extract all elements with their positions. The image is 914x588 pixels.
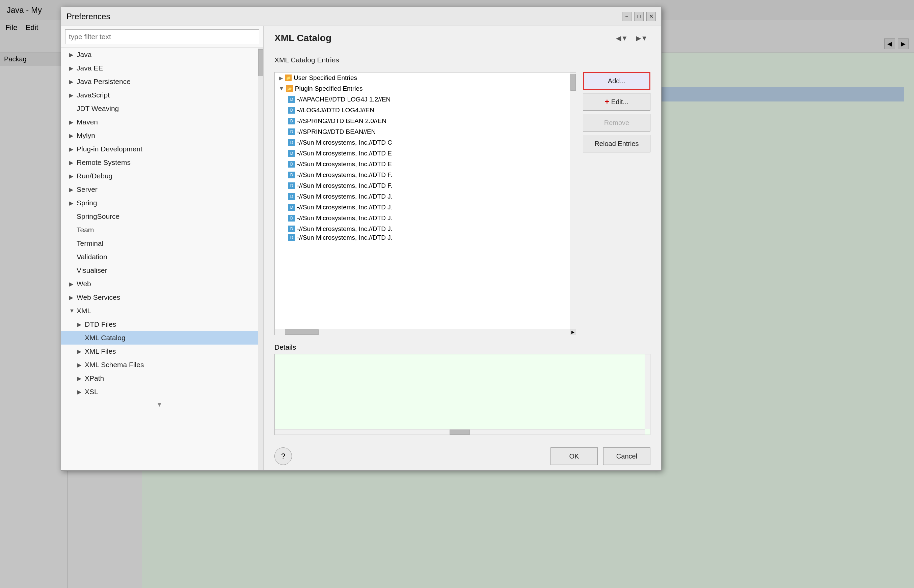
catalog-vscrollbar[interactable]	[570, 73, 576, 329]
sidebar-item-webservices[interactable]: ▶ Web Services	[61, 291, 258, 304]
sidebar-item-xmlcatalog[interactable]: ▶ XML Catalog	[61, 331, 258, 344]
sidebar-item-dtdfiles[interactable]: ▶ DTD Files	[61, 318, 258, 331]
details-label: Details	[274, 343, 650, 351]
sidebar-item-xpath[interactable]: ▶ XPath	[61, 372, 258, 385]
catalog-entry[interactable]: D -//Sun Microsystems, Inc.//DTD F.	[275, 170, 570, 180]
catalog-entry[interactable]: D -//Sun Microsystems, Inc.//DTD C	[275, 137, 570, 148]
sidebar-item-label: Terminal	[77, 239, 103, 247]
entry-icon: D	[288, 204, 295, 211]
sidebar-item-javaee[interactable]: ▶ Java EE	[61, 61, 258, 75]
sidebar-item-java[interactable]: ▶ Java	[61, 48, 258, 61]
catalog-entry[interactable]: D -//SPRING//DTD BEAN//EN	[275, 126, 570, 137]
sidebar-item-jdtweaving[interactable]: ▶ JDT Weaving	[61, 102, 258, 115]
sidebar-item-label: JDT Weaving	[77, 105, 119, 113]
catalog-entry[interactable]: D -//Sun Microsystems, Inc.//DTD F.	[275, 180, 570, 191]
catalog-entry[interactable]: D -//Sun Microsystems, Inc.//DTD J.	[275, 202, 570, 213]
catalog-entry[interactable]: D -//Sun Microsystems, Inc.//DTD J.	[275, 223, 570, 234]
catalog-entry-partial[interactable]: D -//Sun Microsystems, Inc.//DTD J.	[275, 234, 570, 241]
catalog-entry-label: -//Sun Microsystems, Inc.//DTD F.	[297, 182, 392, 189]
sidebar-item-validation[interactable]: ▶ Validation	[61, 250, 258, 264]
details-vscrollbar[interactable]	[645, 354, 650, 429]
entry-icon: D	[288, 193, 295, 200]
nav-back-button[interactable]: ◀▼	[613, 33, 630, 44]
sidebar-item-plugindev[interactable]: ▶ Plug-in Development	[61, 142, 258, 156]
sidebar-item-xml[interactable]: ▼ XML	[61, 304, 258, 318]
catalog-entry[interactable]: D -//LOG4J//DTD LOG4J//EN	[275, 105, 570, 116]
hscroll-right-btn[interactable]: ▶	[570, 329, 576, 335]
details-hscrollbar[interactable]	[275, 429, 645, 435]
catalog-entry[interactable]: D -//Sun Microsystems, Inc.//DTD J.	[275, 191, 570, 202]
add-button[interactable]: Add...	[583, 72, 650, 90]
sidebar-item-web[interactable]: ▶ Web	[61, 277, 258, 291]
sidebar-item-label: Visualiser	[77, 267, 107, 275]
preferences-right-title: XML Catalog	[274, 33, 331, 44]
sidebar-item-remotesystems[interactable]: ▶ Remote Systems	[61, 156, 258, 169]
catalog-entry[interactable]: D -//SPRING//DTD BEAN 2.0//EN	[275, 116, 570, 126]
edit-button-label: Edit...	[611, 98, 629, 106]
sidebar-item-label: XML	[77, 307, 91, 315]
tree-scrollbar-thumb[interactable]	[258, 49, 263, 76]
catalog-entry-label: -//Sun Microsystems, Inc.//DTD C	[297, 139, 392, 146]
sidebar-item-terminal[interactable]: ▶ Terminal	[61, 237, 258, 250]
sidebar-item-server[interactable]: ▶ Server	[61, 183, 258, 196]
sidebar-item-label: Java	[77, 50, 91, 59]
details-content	[275, 354, 650, 435]
catalog-entry-label: -//Sun Microsystems, Inc.//DTD J.	[297, 225, 392, 233]
sidebar-item-rundebug[interactable]: ▶ Run/Debug	[61, 169, 258, 183]
catalog-entry-label: User Specified Entries	[293, 74, 357, 82]
arrow-icon: ▶	[77, 389, 83, 395]
details-hscrollbar-thumb[interactable]	[450, 430, 470, 435]
ok-button[interactable]: OK	[551, 447, 598, 465]
catalog-entry-plugin[interactable]: ▼ 📂 Plugin Specified Entries	[275, 83, 570, 94]
catalog-entry-label: Plugin Specified Entries	[295, 85, 363, 92]
nav-forward-button[interactable]: ▶▼	[633, 33, 650, 44]
arrow-icon: ▶	[69, 79, 75, 85]
maximize-button[interactable]: □	[634, 12, 643, 21]
sidebar-item-spring[interactable]: ▶ Spring	[61, 196, 258, 210]
catalog-hscrollbar[interactable]: ▶	[275, 329, 576, 335]
close-button[interactable]: ✕	[647, 12, 656, 21]
folder-icon-img: 📁	[285, 74, 292, 81]
sidebar-item-visualiser[interactable]: ▶ Visualiser	[61, 264, 258, 277]
catalog-vscrollbar-thumb[interactable]	[570, 74, 576, 91]
sidebar-item-mylyn[interactable]: ▶ Mylyn	[61, 129, 258, 142]
reload-button[interactable]: Reload Entries	[583, 135, 650, 152]
minimize-button[interactable]: −	[622, 12, 632, 21]
tree-scrollbar[interactable]	[258, 48, 263, 470]
catalog-layout: ▶ 📁 User Specified Entries ▼ 📂 Plugin Sp…	[274, 72, 650, 335]
entry-icon: D	[288, 128, 295, 135]
catalog-entry[interactable]: D -//Sun Microsystems, Inc.//DTD E	[275, 148, 570, 159]
sidebar-item-xmlschema[interactable]: ▶ XML Schema Files	[61, 358, 258, 372]
catalog-entry-label: -//Sun Microsystems, Inc.//DTD E	[297, 150, 392, 157]
sidebar-item-maven[interactable]: ▶ Maven	[61, 115, 258, 129]
arrow-icon: ▶	[69, 119, 75, 125]
sidebar-item-xsl[interactable]: ▶ XSL	[61, 385, 258, 399]
arrow-icon: ▶	[69, 294, 75, 301]
preferences-window: Preferences − □ ✕ ▶ Java	[61, 7, 661, 471]
sidebar-item-team[interactable]: ▶ Team	[61, 223, 258, 237]
sidebar-item-xmlfiles[interactable]: ▶ XML Files	[61, 344, 258, 358]
preferences-body: ▶ Java ▶ Java EE ▶ Java Persistence ▶ Ja…	[61, 26, 661, 470]
catalog-entry[interactable]: D -//Sun Microsystems, Inc.//DTD E	[275, 159, 570, 170]
cancel-button[interactable]: Cancel	[603, 447, 650, 465]
preferences-titlebar: Preferences − □ ✕	[61, 7, 661, 26]
folder-open-icon: ▼	[279, 86, 284, 92]
edit-btn-inner: + Edit...	[605, 97, 629, 106]
sidebar-item-springsource[interactable]: ▶ SpringSource	[61, 210, 258, 223]
arrow-icon: ▶	[69, 132, 75, 139]
catalog-entry-label: -//Sun Microsystems, Inc.//DTD J.	[297, 193, 392, 200]
sidebar-item-label: Plug-in Development	[77, 145, 143, 153]
catalog-entry[interactable]: D -//APACHE//DTD LOG4J 1.2//EN	[275, 94, 570, 105]
help-button[interactable]: ?	[274, 447, 292, 465]
catalog-entry-label: -//Sun Microsystems, Inc.//DTD J.	[297, 204, 392, 211]
catalog-entry-label: -//APACHE//DTD LOG4J 1.2//EN	[297, 96, 391, 103]
preferences-bottom: ? OK Cancel	[264, 442, 661, 470]
catalog-entry-user[interactable]: ▶ 📁 User Specified Entries	[275, 73, 570, 83]
catalog-entry[interactable]: D -//Sun Microsystems, Inc.//DTD J.	[275, 213, 570, 223]
catalog-hscrollbar-thumb[interactable]	[285, 330, 319, 335]
edit-button[interactable]: + Edit...	[583, 93, 650, 111]
filter-input[interactable]	[65, 29, 259, 44]
sidebar-item-javapersistence[interactable]: ▶ Java Persistence	[61, 75, 258, 88]
sidebar-item-javascript[interactable]: ▶ JavaScript	[61, 88, 258, 102]
remove-button[interactable]: Remove	[583, 114, 650, 131]
